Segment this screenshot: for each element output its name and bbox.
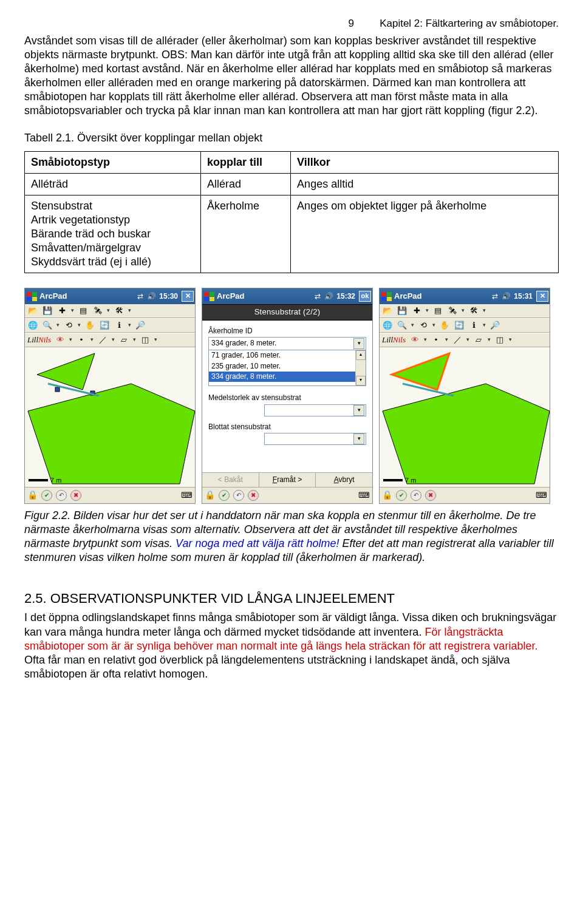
confirm-icon[interactable]: ✔: [396, 490, 407, 501]
lock-icon[interactable]: 🔒: [382, 490, 392, 501]
chevron-down-icon[interactable]: ▾: [353, 405, 364, 416]
refresh-icon[interactable]: 🔄: [99, 320, 110, 331]
open-icon[interactable]: 📂: [27, 305, 38, 316]
dropdown-icon[interactable]: ▾: [488, 336, 491, 344]
refresh-icon[interactable]: 🔄: [454, 320, 465, 331]
undo-icon[interactable]: ↶: [233, 490, 244, 501]
keyboard-icon[interactable]: ⌨: [181, 491, 193, 501]
dropdown-icon[interactable]: ▾: [133, 336, 136, 344]
abort-button[interactable]: Avbryt: [316, 473, 372, 487]
dropdown-icon[interactable]: ▾: [56, 322, 60, 329]
line-icon[interactable]: ／: [452, 335, 463, 345]
start-icon[interactable]: [26, 291, 37, 301]
zoom-in-icon[interactable]: 🔍: [42, 320, 53, 331]
scrollbar[interactable]: ▴ ▾: [355, 350, 366, 386]
option-2[interactable]: 235 grader, 10 meter.: [209, 361, 366, 372]
point-icon[interactable]: •: [431, 335, 442, 345]
dropdown-icon[interactable]: ▾: [69, 336, 72, 344]
chevron-down-icon[interactable]: ▾: [353, 433, 364, 444]
connectivity-icon[interactable]: ⇄: [489, 292, 500, 301]
dropdown-icon[interactable]: ▾: [445, 336, 448, 344]
gps-icon[interactable]: 🛰: [447, 305, 458, 316]
eye-icon[interactable]: 👁: [55, 335, 66, 345]
dropdown-icon[interactable]: ▾: [154, 336, 157, 344]
start-icon[interactable]: [381, 291, 392, 301]
polygon-icon[interactable]: ▱: [473, 335, 484, 345]
combo-medelstorlek[interactable]: ▾: [264, 404, 366, 416]
forward-button[interactable]: Framåt >: [259, 473, 316, 487]
lock-icon[interactable]: 🔒: [27, 490, 38, 501]
dropdown-icon[interactable]: ▾: [128, 322, 131, 329]
globe-icon[interactable]: 🌐: [382, 320, 393, 331]
scroll-up-icon[interactable]: ▴: [356, 350, 366, 360]
dropdown-icon[interactable]: ▾: [462, 307, 465, 314]
identify-icon[interactable]: ℹ: [468, 320, 479, 331]
add-layer-icon[interactable]: ✚: [411, 305, 422, 316]
volume-icon[interactable]: 🔊: [323, 292, 334, 301]
zoom-prev-icon[interactable]: ⟲: [63, 320, 74, 331]
line-icon[interactable]: ／: [97, 335, 108, 345]
dropdown-icon[interactable]: ▾: [128, 307, 131, 314]
volume-icon[interactable]: 🔊: [146, 292, 157, 301]
confirm-icon[interactable]: ✔: [41, 490, 52, 501]
dropdown-icon[interactable]: ▾: [509, 336, 512, 344]
pan-icon[interactable]: ✋: [84, 320, 95, 331]
add-layer-icon[interactable]: ✚: [56, 305, 67, 316]
identify-icon[interactable]: ℹ: [114, 320, 124, 331]
combo-blottat[interactable]: ▾: [264, 433, 366, 445]
keyboard-icon[interactable]: ⌨: [358, 491, 370, 501]
zoom-prev-icon[interactable]: ⟲: [418, 320, 429, 331]
close-button[interactable]: ✕: [536, 291, 548, 302]
undo-icon[interactable]: ↶: [56, 490, 67, 501]
connectivity-icon[interactable]: ⇄: [312, 292, 323, 301]
point-icon[interactable]: •: [76, 335, 87, 345]
dropdown-icon[interactable]: ▾: [483, 307, 486, 314]
dropdown-icon[interactable]: ▾: [466, 336, 469, 344]
scroll-down-icon[interactable]: ▾: [356, 376, 366, 386]
cancel-icon[interactable]: ✖: [70, 490, 81, 501]
close-button[interactable]: ✕: [182, 291, 194, 302]
keyboard-icon[interactable]: ⌨: [536, 491, 547, 501]
cancel-icon[interactable]: ✖: [248, 490, 259, 501]
connectivity-icon[interactable]: ⇄: [135, 292, 146, 301]
gps-icon[interactable]: 🛰: [92, 305, 103, 316]
option-3-selected[interactable]: 334 grader, 8 meter.: [209, 372, 366, 382]
lock-icon[interactable]: 🔒: [205, 490, 215, 501]
save-icon[interactable]: 💾: [42, 305, 53, 316]
eye-icon[interactable]: 👁: [409, 335, 420, 345]
dropdown-icon[interactable]: ▾: [411, 322, 414, 329]
guide-icon[interactable]: ◫: [140, 335, 151, 345]
combo-akerholme-id[interactable]: 334 grader, 8 meter. ▾: [208, 337, 366, 350]
back-button[interactable]: < Bakåt: [202, 473, 259, 487]
dropdown-icon[interactable]: ▾: [107, 307, 110, 314]
guide-icon[interactable]: ◫: [494, 335, 505, 345]
chevron-down-icon[interactable]: ▾: [353, 338, 364, 349]
zoom-in-icon[interactable]: 🔍: [397, 320, 407, 331]
option-1[interactable]: 71 grader, 106 meter.: [209, 350, 366, 361]
dropdown-icon[interactable]: ▾: [78, 322, 81, 329]
dropdown-icon[interactable]: ▾: [90, 336, 94, 344]
dropdown-icon[interactable]: ▾: [483, 322, 486, 329]
globe-icon[interactable]: 🌐: [27, 320, 38, 331]
tools-icon[interactable]: 🛠: [114, 305, 124, 316]
dropdown-icon[interactable]: ▾: [112, 336, 115, 344]
listbox-options[interactable]: 71 grader, 106 meter. 235 grader, 10 met…: [208, 350, 366, 386]
dropdown-icon[interactable]: ▾: [426, 307, 429, 314]
find-icon[interactable]: 🔎: [135, 320, 146, 331]
pan-icon[interactable]: ✋: [439, 320, 450, 331]
polygon-icon[interactable]: ▱: [118, 335, 129, 345]
map-canvas[interactable]: 7 m: [380, 347, 550, 487]
cancel-icon[interactable]: ✖: [425, 490, 436, 501]
tools-icon[interactable]: 🛠: [468, 305, 479, 316]
find-icon[interactable]: 🔎: [489, 320, 500, 331]
ok-button[interactable]: ok: [359, 291, 371, 302]
layers-icon[interactable]: ▤: [432, 305, 443, 316]
undo-icon[interactable]: ↶: [411, 490, 421, 501]
layers-icon[interactable]: ▤: [78, 305, 89, 316]
volume-icon[interactable]: 🔊: [500, 292, 511, 301]
save-icon[interactable]: 💾: [397, 305, 407, 316]
open-icon[interactable]: 📂: [382, 305, 393, 316]
start-icon[interactable]: [203, 291, 214, 301]
confirm-icon[interactable]: ✔: [219, 490, 230, 501]
map-canvas[interactable]: 7 m: [25, 347, 195, 487]
